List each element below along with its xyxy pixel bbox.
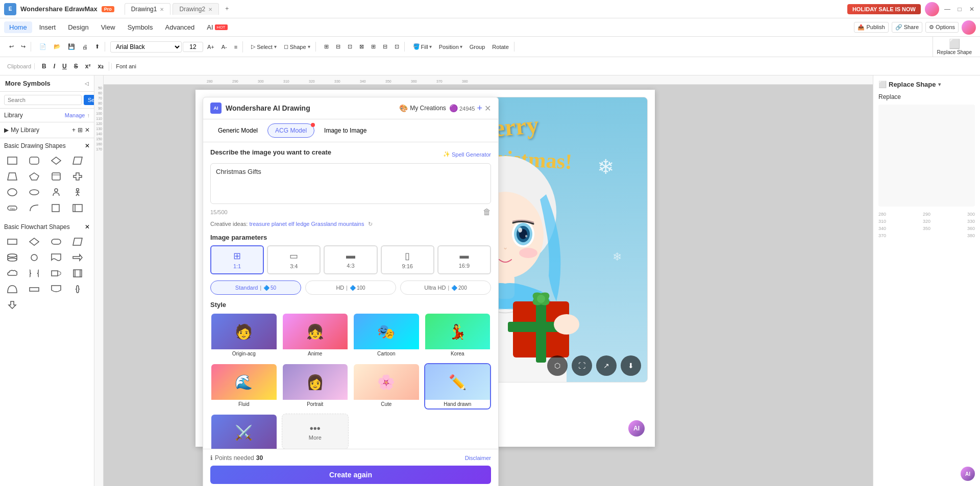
user-menu-avatar[interactable] xyxy=(962,20,976,35)
menu-home[interactable]: Home xyxy=(4,21,32,33)
spell-generator-button[interactable]: ✨ Spell Generator xyxy=(443,151,491,158)
shape-button[interactable]: ◻ Shape ▾ xyxy=(281,42,313,52)
shape-yes-label[interactable]: Yes xyxy=(4,201,20,215)
shape-trapezoid[interactable] xyxy=(4,169,20,184)
font-family-select[interactable]: Arial Black xyxy=(110,41,182,53)
canvas-viewport[interactable]: AI Wondershare AI Drawing 🎨 My Creations… xyxy=(104,85,873,486)
flowchart-document[interactable] xyxy=(48,250,64,265)
group-button[interactable]: Group xyxy=(467,42,488,52)
flowchart-data[interactable] xyxy=(69,235,86,249)
shape-person[interactable] xyxy=(48,185,64,199)
ratio-1-1[interactable]: ⊞ 1:1 xyxy=(210,245,264,274)
tab-image-to-image[interactable]: Image to Image xyxy=(316,123,374,138)
style-korea[interactable]: 💃 Korea xyxy=(424,313,492,359)
flowchart-cloud[interactable] xyxy=(4,266,20,280)
quality-standard[interactable]: Standard | 🔷 50 xyxy=(210,280,301,295)
align6-button[interactable]: ⊟ xyxy=(380,42,390,52)
ratio-4-3[interactable]: ▬ 4:3 xyxy=(324,245,377,274)
options-button[interactable]: ⚙ Options xyxy=(925,22,959,33)
rotate-button[interactable]: Rotate xyxy=(489,42,511,52)
tab-acg-model[interactable]: ACG Model xyxy=(267,123,314,138)
ratio-3-4[interactable]: ▭ 3:4 xyxy=(267,245,321,274)
align-left-button[interactable]: ⊞ xyxy=(321,42,332,52)
new-button[interactable]: 📄 xyxy=(36,42,50,52)
flowchart-rounded-bottom[interactable] xyxy=(48,282,64,296)
shape-rounded-corner[interactable] xyxy=(26,201,42,215)
decrease-font-button[interactable]: A- xyxy=(218,42,230,52)
more-styles-button[interactable]: ••• More xyxy=(282,414,349,449)
ratio-9-16[interactable]: ▯ 9:16 xyxy=(381,245,434,274)
ratio-16-9[interactable]: ▬ 16:9 xyxy=(437,245,491,274)
idea-elf-ledge[interactable]: elf ledge xyxy=(288,221,310,227)
flowchart-terminal[interactable] xyxy=(48,235,64,249)
tab-generic-model[interactable]: Generic Model xyxy=(210,123,265,138)
shape-circle[interactable] xyxy=(4,185,20,199)
flowchart-decision[interactable] xyxy=(26,235,42,249)
my-creations-button[interactable]: 🎨 My Creations xyxy=(399,104,446,112)
style-fluid[interactable]: 🌊 Fluid xyxy=(210,363,278,410)
canvas-page[interactable]: AI Wondershare AI Drawing 🎨 My Creations… xyxy=(195,90,655,447)
shape-notched-rect[interactable] xyxy=(69,201,86,215)
style-cute[interactable]: 🌸 Cute xyxy=(353,363,420,410)
save-button[interactable]: 💾 xyxy=(65,42,78,52)
minimize-button[interactable]: — xyxy=(943,5,951,13)
close-window-button[interactable]: ✕ xyxy=(968,5,976,13)
subscript-button[interactable]: x₂ xyxy=(94,62,107,71)
regenerate-button[interactable]: ⬡ xyxy=(547,355,568,376)
flowchart-brace[interactable] xyxy=(26,266,42,280)
shape-cylinder-top[interactable] xyxy=(48,169,64,184)
basic-flowchart-shapes-header[interactable]: Basic Flowchart Shapes ✕ xyxy=(0,221,94,233)
distribute-button[interactable]: ⊠ xyxy=(356,42,367,52)
shape-rect[interactable] xyxy=(4,154,20,168)
menu-symbols[interactable]: Symbols xyxy=(122,21,158,33)
idea-grassland[interactable]: Grassland mountains xyxy=(311,221,364,227)
style-cartoon[interactable]: 🎭 Cartoon xyxy=(353,313,420,359)
underline-button[interactable]: U xyxy=(59,62,70,71)
tab-drawing1-close[interactable]: ✕ xyxy=(160,7,164,12)
close-ai-panel-button[interactable]: ✕ xyxy=(484,104,491,113)
add-creation-button[interactable]: + xyxy=(477,103,482,114)
library-sort-icon[interactable]: ↑ xyxy=(87,112,90,118)
flowchart-arrow-down[interactable] xyxy=(4,298,20,312)
create-again-button[interactable]: Create again xyxy=(210,466,491,484)
menu-view[interactable]: View xyxy=(96,21,120,33)
flowchart-small-rect[interactable] xyxy=(26,282,42,296)
download-button[interactable]: ⬇ xyxy=(621,355,641,376)
tab-drawing2[interactable]: Drawing2 ✕ xyxy=(173,3,219,15)
symbols-search-button[interactable]: Search xyxy=(84,95,94,105)
flowchart-database[interactable] xyxy=(4,250,20,265)
undo-button[interactable]: ↩ xyxy=(6,42,17,52)
share-image-button[interactable]: ↗ xyxy=(596,355,617,376)
open-button[interactable]: 📂 xyxy=(51,42,64,52)
flowchart-semicircle[interactable] xyxy=(4,282,20,296)
fill-button[interactable]: 🪣 Fill ▾ xyxy=(410,42,435,52)
maximize-button[interactable]: □ xyxy=(955,5,964,13)
my-library-item[interactable]: ▶ My Library + ⊞ ✕ xyxy=(4,124,90,136)
align-button[interactable]: ≡ xyxy=(231,42,240,52)
publish-button[interactable]: 📤 Publish xyxy=(854,22,888,33)
print-button[interactable]: 🖨 xyxy=(79,42,91,52)
export-button[interactable]: ⬆ xyxy=(92,42,103,52)
shape-square[interactable] xyxy=(48,201,64,215)
clear-prompt-button[interactable]: 🗑 xyxy=(483,208,491,217)
user-avatar[interactable] xyxy=(925,2,939,16)
expand-button[interactable]: ⛶ xyxy=(572,355,592,376)
style-anime[interactable]: 👧 Anime xyxy=(282,313,349,359)
flowchart-custom2[interactable] xyxy=(69,266,86,280)
align7-button[interactable]: ⊡ xyxy=(391,42,402,52)
close-drawing-shapes-icon[interactable]: ✕ xyxy=(85,142,90,149)
shape-diamond[interactable] xyxy=(48,154,64,168)
share-button[interactable]: 🔗 Share xyxy=(892,22,922,33)
shape-rounded-rect[interactable] xyxy=(26,154,42,168)
shape-ellipse[interactable] xyxy=(26,185,42,199)
idea-treasure-planet[interactable]: treasure planet xyxy=(249,221,286,227)
close-flowchart-shapes-icon[interactable]: ✕ xyxy=(85,223,90,231)
refresh-ideas-button[interactable]: ↻ xyxy=(368,221,373,227)
quality-hd[interactable]: HD | 🔷 100 xyxy=(305,280,396,295)
remove-library-icon[interactable]: ⊞ xyxy=(78,126,83,134)
holiday-sale-button[interactable]: HOLIDAY SALE IS NOW xyxy=(847,4,921,14)
menu-design[interactable]: Design xyxy=(63,21,93,33)
prompt-textarea[interactable] xyxy=(210,163,491,204)
collapse-symbols-icon[interactable]: ◁ xyxy=(85,81,89,86)
tab-drawing1[interactable]: Drawing1 ✕ xyxy=(125,3,171,15)
